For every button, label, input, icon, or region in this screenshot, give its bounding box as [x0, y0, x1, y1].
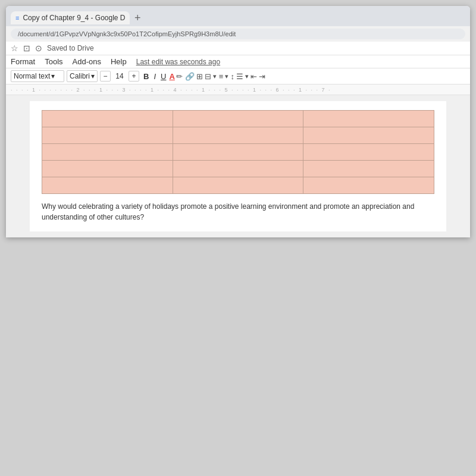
style-dropdown-icon[interactable]: ▾ [51, 72, 55, 80]
table-cell[interactable] [42, 144, 173, 161]
menu-help[interactable]: Help [111, 57, 127, 66]
insert-icons: 🔗 ⊞ ⊟ ▾ [185, 72, 217, 81]
style-label: Normal text [14, 72, 50, 80]
table-cell[interactable] [303, 177, 434, 194]
align-left-icon[interactable]: ≡ [219, 72, 224, 81]
doc-table [42, 110, 434, 194]
browser-window: ≡ Copy of Chapter 9_4 - Google D ✕ + /do… [6, 6, 470, 237]
browser-tab[interactable]: ≡ Copy of Chapter 9_4 - Google D ✕ [11, 11, 130, 24]
table-cell[interactable] [173, 161, 303, 177]
table-row [42, 177, 434, 194]
ruler: · · · · 1 · · · · · · · 2 · · · 1 · · · … [6, 84, 470, 95]
saved-status: Saved to Drive [47, 44, 94, 52]
menu-addons[interactable]: Add-ons [73, 57, 101, 66]
font-color-button[interactable]: A [169, 72, 174, 81]
font-size-controls: − 14 + [100, 71, 139, 82]
underline-button[interactable]: U [159, 71, 168, 82]
table-cell[interactable] [173, 177, 303, 194]
table-row [42, 111, 434, 127]
font-size-decrease[interactable]: − [100, 71, 111, 82]
table-row [42, 127, 434, 144]
text-format-buttons: B I U A ✏ [142, 71, 183, 82]
table-row [42, 161, 434, 177]
address-bar[interactable]: /document/d/1GPvpzVVpNgnk3c9x50Po1T2Cofi… [11, 29, 465, 39]
align-icons: ≡ ▾ ↕ ☰ ▾ ⇤ ⇥ [219, 72, 265, 81]
tab-bar: ≡ Copy of Chapter 9_4 - Google D ✕ + [6, 6, 470, 26]
font-size-value: 14 [113, 72, 126, 80]
table-cell[interactable] [303, 111, 434, 127]
style-selector[interactable]: Normal text ▾ [11, 70, 64, 82]
italic-button[interactable]: I [152, 71, 158, 82]
comment-icon[interactable]: ⊞ [196, 72, 203, 81]
list-icon[interactable]: ☰ [236, 72, 243, 81]
font-size-increase[interactable]: + [129, 71, 139, 82]
table-cell[interactable] [173, 144, 303, 161]
folder-icon[interactable]: ⊡ [23, 43, 30, 53]
last-edit-status: Last edit was seconds ago [136, 58, 220, 66]
table-cell[interactable] [42, 127, 173, 144]
image-icon[interactable]: ⊟ [205, 72, 211, 81]
table-cell[interactable] [173, 127, 303, 144]
formatting-bar: Normal text ▾ Calibri ▾ − 14 + B I U A ✏… [6, 68, 470, 84]
line-spacing-icon[interactable]: ↕ [230, 72, 234, 81]
new-tab-button[interactable]: + [134, 12, 141, 23]
address-bar-row: /document/d/1GPvpzVVpNgnk3c9x50Po1T2Cofi… [6, 26, 470, 42]
list-dropdown-icon[interactable]: ▾ [245, 73, 249, 80]
question-text: Why would celebrating a variety of holid… [42, 201, 434, 223]
toolbar-row1: ☆ ⊡ ⊙ Saved to Drive [6, 42, 470, 55]
ruler-ticks: · · · · 1 · · · · · · · 2 · · · 1 · · · … [11, 87, 331, 93]
table-cell[interactable] [173, 111, 303, 127]
toolbar-row2: Format Tools Add-ons Help Last edit was … [6, 55, 470, 68]
table-cell[interactable] [42, 161, 173, 177]
indent-decrease-icon[interactable]: ⇤ [250, 72, 257, 81]
tab-title: Copy of Chapter 9_4 - Google D [23, 14, 125, 22]
document-area: Why would celebrating a variety of holid… [6, 95, 470, 237]
document-page: Why would celebrating a variety of holid… [30, 101, 446, 231]
table-cell[interactable] [42, 111, 173, 127]
table-cell[interactable] [303, 161, 434, 177]
tab-favicon: ≡ [15, 14, 19, 21]
align-dropdown-icon[interactable]: ▾ [225, 73, 228, 80]
menu-tools[interactable]: Tools [45, 57, 62, 66]
table-cell[interactable] [42, 177, 173, 194]
menu-format[interactable]: Format [11, 57, 35, 66]
drive-icon: ⊙ [35, 43, 42, 53]
font-selector[interactable]: Calibri ▾ [67, 70, 98, 82]
indent-icon[interactable]: ⇥ [259, 72, 265, 81]
font-label: Calibri [70, 72, 90, 80]
table-row [42, 144, 434, 161]
link-icon[interactable]: 🔗 [185, 72, 195, 81]
docs-container: ☆ ⊡ ⊙ Saved to Drive Format Tools Add-on… [6, 42, 470, 237]
font-dropdown-icon[interactable]: ▾ [91, 72, 95, 80]
image-dropdown-icon[interactable]: ▾ [213, 73, 217, 80]
star-icon[interactable]: ☆ [11, 43, 18, 53]
text-color-icon[interactable]: ✏ [176, 72, 183, 81]
table-cell[interactable] [303, 127, 434, 144]
table-cell[interactable] [303, 144, 434, 161]
bold-button[interactable]: B [142, 71, 151, 82]
